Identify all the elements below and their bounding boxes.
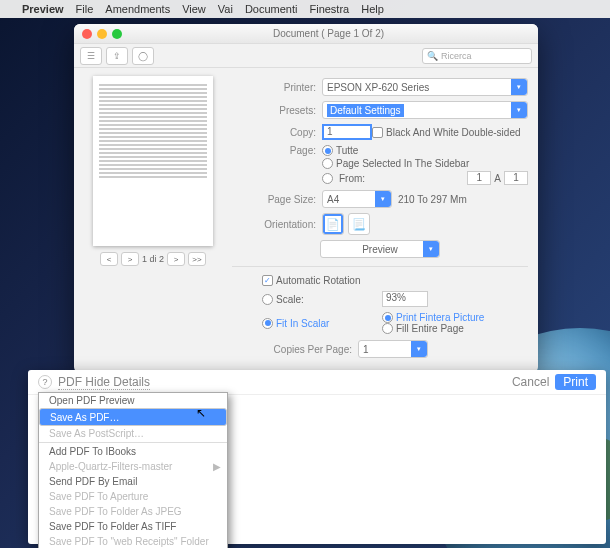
menu-doc[interactable]: Documenti	[245, 3, 298, 15]
menu-view[interactable]: View	[182, 3, 206, 15]
dropdown-item[interactable]: Apple-Quartz-Filters-master▶	[39, 459, 227, 474]
menu-vai[interactable]: Vai	[218, 3, 233, 15]
radio-fit[interactable]	[262, 318, 273, 329]
size-label: Page Size:	[232, 194, 316, 205]
bw-label: Black And White Double-sided	[386, 127, 521, 138]
chevron-down-icon: ▾	[511, 102, 527, 118]
radio-selected[interactable]	[322, 158, 333, 169]
range-from-input[interactable]: 1	[467, 171, 491, 185]
cpp-select[interactable]: 1▾	[358, 340, 428, 358]
help-icon[interactable]: ?	[38, 375, 52, 389]
dropdown-item[interactable]: Save PDF To Folder As TIFF	[39, 519, 227, 534]
window-title: Document ( Page 1 Of 2)	[127, 28, 530, 39]
menu-window[interactable]: Finestra	[309, 3, 349, 15]
radio-all[interactable]	[322, 145, 333, 156]
page-next2-button[interactable]: >	[167, 252, 185, 266]
dropdown-item[interactable]: Save PDF To Folder As JPEG	[39, 504, 227, 519]
close-icon[interactable]	[82, 29, 92, 39]
menu-file[interactable]: File	[76, 3, 94, 15]
app-name[interactable]: Preview	[22, 3, 64, 15]
submenu-arrow-icon: ▶	[213, 461, 221, 472]
radio-scale[interactable]	[262, 294, 273, 305]
print-button[interactable]: Print	[555, 374, 596, 390]
toolbar-tag-icon[interactable]: ◯	[132, 47, 154, 65]
printer-select[interactable]: EPSON XP-620 Series▾	[322, 78, 528, 96]
page-thumbnail	[93, 76, 213, 246]
presets-label: Presets:	[232, 105, 316, 116]
dropdown-item[interactable]: Add PDF To IBooks	[39, 444, 227, 459]
toolbar: ☰ ⇪ ◯ 🔍 Ricerca	[74, 44, 538, 68]
landscape-button[interactable]: 📃	[348, 213, 370, 235]
dropdown-item[interactable]: Save As PostScript…	[39, 426, 227, 441]
page-last-button[interactable]: >>	[188, 252, 206, 266]
cursor-icon: ↖	[196, 406, 206, 420]
toolbar-sidebar-icon[interactable]: ☰	[80, 47, 102, 65]
print-dialog: Document ( Page 1 Of 2) ☰ ⇪ ◯ 🔍 Ricerca …	[74, 24, 538, 373]
printer-label: Printer:	[232, 82, 316, 93]
search-input[interactable]: 🔍 Ricerca	[422, 48, 532, 64]
portrait-button[interactable]: 📄	[322, 213, 344, 235]
search-icon: 🔍	[427, 51, 438, 61]
auto-rotation-checkbox[interactable]: ✓	[262, 275, 273, 286]
bw-checkbox[interactable]	[372, 127, 383, 138]
page-next-button[interactable]: >	[121, 252, 139, 266]
radio-fill-entire[interactable]	[382, 323, 393, 334]
dropdown-item[interactable]: Save PDF To Aperture	[39, 489, 227, 504]
size-select[interactable]: A4▾	[322, 190, 392, 208]
toolbar-share-icon[interactable]: ⇪	[106, 47, 128, 65]
chevron-down-icon: ▾	[411, 341, 427, 357]
copy-input[interactable]: 1	[322, 124, 372, 140]
page-prev-button[interactable]: <	[100, 252, 118, 266]
radio-print-fint[interactable]	[382, 312, 393, 323]
auto-rotation-label: Automatic Rotation	[276, 275, 361, 286]
cpp-label: Copies Per Page:	[232, 344, 352, 355]
scale-input[interactable]: 93%	[382, 291, 428, 307]
copy-label: Copy:	[232, 127, 316, 138]
size-dimensions: 210 To 297 Mm	[398, 194, 467, 205]
pager: < > 1 di 2 > >>	[100, 252, 206, 266]
presets-select[interactable]: Default Settings▾	[322, 101, 528, 119]
page-indicator: 1 di 2	[142, 254, 164, 264]
chevron-down-icon: ▾	[423, 241, 439, 257]
section-select[interactable]: Preview▾	[320, 240, 440, 258]
cancel-button[interactable]: Cancel	[512, 375, 549, 389]
minimize-icon[interactable]	[97, 29, 107, 39]
search-placeholder: Ricerca	[441, 51, 472, 61]
range-to-input[interactable]: 1	[504, 171, 528, 185]
menu-help[interactable]: Help	[361, 3, 384, 15]
dropdown-item[interactable]: Save PDF To "web Receipts" Folder	[39, 534, 227, 548]
orientation-label: Orientation:	[232, 219, 316, 230]
radio-from[interactable]	[322, 173, 333, 184]
titlebar: Document ( Page 1 Of 2)	[74, 24, 538, 44]
page-label: Page:	[232, 145, 316, 156]
dropdown-item[interactable]: Send PDF By Email	[39, 474, 227, 489]
pdf-dropdown-button[interactable]: PDF Hide Details	[58, 375, 150, 390]
menu-amend[interactable]: Amendments	[105, 3, 170, 15]
chevron-down-icon: ▾	[511, 79, 527, 95]
chevron-down-icon: ▾	[375, 191, 391, 207]
menubar: Preview File Amendments View Vai Documen…	[0, 0, 610, 18]
zoom-icon[interactable]	[112, 29, 122, 39]
